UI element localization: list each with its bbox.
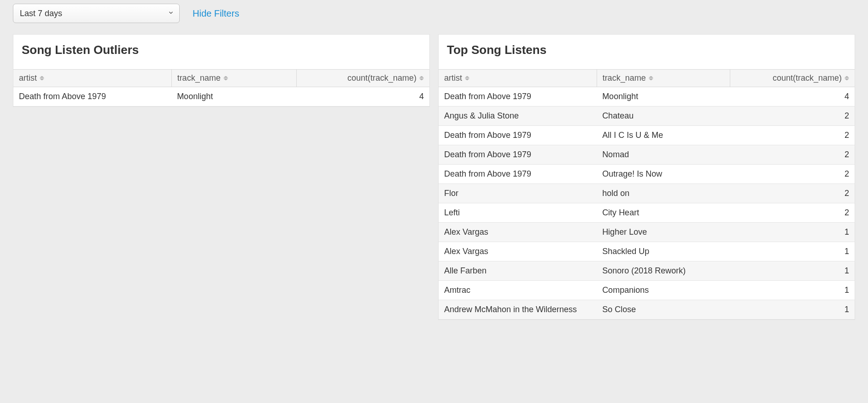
col-count-label: count(track_name)	[347, 73, 416, 83]
table-row[interactable]: Death from Above 1979Moonlight4	[13, 87, 429, 107]
cell-count: 2	[730, 126, 855, 145]
cell-artist: Alex Vargas	[439, 242, 597, 261]
sort-icon	[223, 75, 228, 82]
col-count-label: count(track_name)	[773, 73, 842, 83]
cell-track_name: Moonlight	[597, 87, 730, 107]
col-artist-label: artist	[444, 73, 462, 83]
outliers-table: artist track_name count(track_name) Deat…	[13, 69, 429, 107]
col-track-label: track_name	[177, 73, 221, 83]
col-track[interactable]: track_name	[171, 70, 296, 87]
cell-track_name: Higher Love	[597, 223, 730, 242]
table-row[interactable]: Death from Above 1979Outrage! Is Now2	[439, 165, 855, 184]
cell-count: 2	[730, 203, 855, 223]
table-row[interactable]: Death from Above 1979Nomad2	[439, 145, 855, 165]
cell-artist: Death from Above 1979	[13, 87, 171, 107]
cell-track_name: City Heart	[597, 203, 730, 223]
sort-icon	[465, 75, 469, 82]
cell-artist: Amtrac	[439, 281, 597, 300]
cell-track_name: Chateau	[597, 107, 730, 126]
table-row[interactable]: LeftiCity Heart2	[439, 203, 855, 223]
cell-count: 1	[730, 261, 855, 281]
cell-count: 1	[730, 223, 855, 242]
cell-track_name: Nomad	[597, 145, 730, 165]
table-row[interactable]: Andrew McMahon in the WildernessSo Close…	[439, 300, 855, 320]
table-row[interactable]: Alex VargasShackled Up1	[439, 242, 855, 261]
cell-track_name: Sonoro (2018 Rework)	[597, 261, 730, 281]
cell-count: 2	[730, 145, 855, 165]
top-table: artist track_name count(track_name) Deat…	[439, 69, 855, 320]
sort-icon	[419, 75, 424, 82]
time-range-select-wrap: Last 7 days	[13, 4, 180, 23]
cell-artist: Angus & Julia Stone	[439, 107, 597, 126]
panels-container: Song Listen Outliers artist track_name c…	[0, 34, 868, 320]
cell-track_name: Shackled Up	[597, 242, 730, 261]
panel-outliers-title: Song Listen Outliers	[13, 35, 429, 69]
cell-track_name: All I C Is U & Me	[597, 126, 730, 145]
panel-top-title: Top Song Listens	[439, 35, 855, 69]
cell-artist: Andrew McMahon in the Wilderness	[439, 300, 597, 320]
filter-bar: Last 7 days Hide Filters	[0, 0, 868, 34]
cell-track_name: So Close	[597, 300, 730, 320]
panel-outliers: Song Listen Outliers artist track_name c…	[13, 34, 430, 107]
cell-count: 1	[730, 300, 855, 320]
cell-track_name: Moonlight	[171, 87, 296, 107]
col-track-label: track_name	[603, 73, 646, 83]
table-row[interactable]: AmtracCompanions1	[439, 281, 855, 300]
table-row[interactable]: Alle FarbenSonoro (2018 Rework)1	[439, 261, 855, 281]
cell-artist: Flor	[439, 184, 597, 203]
cell-count: 2	[730, 184, 855, 203]
table-row[interactable]: Death from Above 1979Moonlight4	[439, 87, 855, 107]
cell-track_name: Companions	[597, 281, 730, 300]
table-row[interactable]: Florhold on2	[439, 184, 855, 203]
cell-count: 4	[730, 87, 855, 107]
col-count[interactable]: count(track_name)	[296, 70, 429, 87]
panel-top: Top Song Listens artist track_name count…	[438, 34, 855, 320]
cell-artist: Death from Above 1979	[439, 165, 597, 184]
cell-track_name: hold on	[597, 184, 730, 203]
table-row[interactable]: Angus & Julia StoneChateau2	[439, 107, 855, 126]
hide-filters-link[interactable]: Hide Filters	[193, 8, 239, 19]
cell-artist: Death from Above 1979	[439, 87, 597, 107]
cell-artist: Alex Vargas	[439, 223, 597, 242]
time-range-select[interactable]: Last 7 days	[13, 4, 180, 23]
col-artist-label: artist	[19, 73, 37, 83]
cell-count: 2	[730, 107, 855, 126]
cell-artist: Alle Farben	[439, 261, 597, 281]
table-row[interactable]: Alex VargasHigher Love1	[439, 223, 855, 242]
col-track[interactable]: track_name	[597, 70, 730, 87]
cell-track_name: Outrage! Is Now	[597, 165, 730, 184]
table-row[interactable]: Death from Above 1979All I C Is U & Me2	[439, 126, 855, 145]
col-artist[interactable]: artist	[13, 70, 171, 87]
cell-count: 1	[730, 242, 855, 261]
cell-count: 1	[730, 281, 855, 300]
cell-artist: Death from Above 1979	[439, 126, 597, 145]
cell-artist: Death from Above 1979	[439, 145, 597, 165]
cell-count: 4	[296, 87, 429, 107]
col-count[interactable]: count(track_name)	[730, 70, 855, 87]
sort-icon	[649, 75, 653, 82]
cell-artist: Lefti	[439, 203, 597, 223]
cell-count: 2	[730, 165, 855, 184]
sort-icon	[40, 75, 44, 82]
col-artist[interactable]: artist	[439, 70, 597, 87]
sort-icon	[845, 75, 849, 82]
